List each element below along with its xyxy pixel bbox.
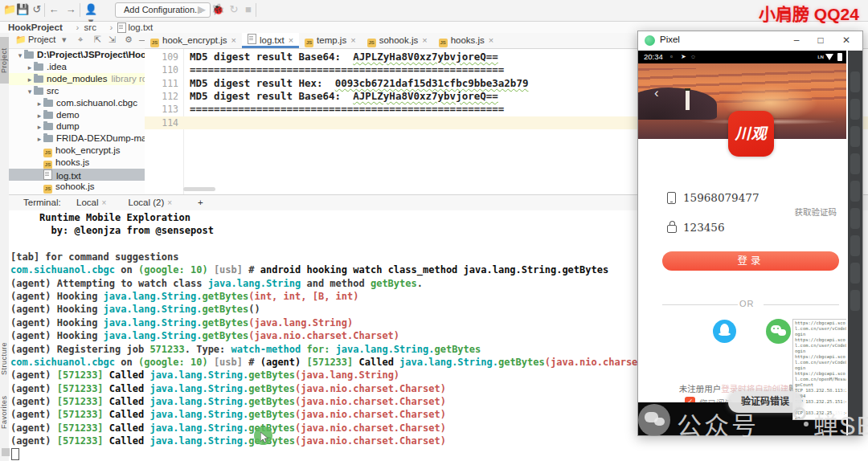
minimize-button[interactable]: – bbox=[784, 31, 809, 50]
code-field[interactable]: 123456 bbox=[667, 219, 725, 235]
editor-tab-hooks.js[interactable]: JShooks.js× bbox=[433, 33, 500, 47]
emulator-toolbar-button[interactable] bbox=[850, 71, 860, 92]
tree-item-dump[interactable]: ▸dump bbox=[9, 120, 145, 133]
tree-item-frida-dexdump-master[interactable]: ▸FRIDA-DEXDump-master bbox=[9, 133, 145, 145]
tree-item-label: sohook.js bbox=[55, 182, 95, 191]
breadcrumb-item-HookProject[interactable]: HookProject bbox=[8, 22, 63, 33]
tab-label: sohook.js bbox=[379, 35, 419, 45]
toolwindow-tab-project[interactable]: Project bbox=[0, 37, 9, 84]
terminal-segment: (agent) Hooking bbox=[10, 291, 104, 302]
breadcrumb-item-src[interactable]: src bbox=[84, 22, 96, 33]
stop-icon[interactable]: ■ bbox=[241, 3, 256, 15]
editor-tab-temp.js[interactable]: JStemp.js× bbox=[299, 33, 362, 47]
emulator-toolbar-button[interactable] bbox=[850, 290, 860, 311]
tree-down-arrow-icon[interactable]: ▾ bbox=[16, 50, 24, 62]
tree-right-arrow-icon[interactable]: ▸ bbox=[35, 121, 43, 133]
expand-all-icon[interactable]: ⇱ bbox=[94, 35, 101, 45]
forward-icon[interactable]: → bbox=[63, 3, 78, 15]
tab-close-icon[interactable]: × bbox=[289, 35, 293, 45]
back-icon[interactable]: ← bbox=[47, 3, 61, 15]
terminal-segment: (agent) Hooking bbox=[10, 317, 104, 328]
tab-close-icon[interactable]: × bbox=[167, 198, 172, 207]
or-divider-left bbox=[662, 304, 738, 305]
tree-item-hooks-js[interactable]: JShooks.js bbox=[9, 157, 145, 169]
emulator-title-bar[interactable]: Pixel – □ ✕ bbox=[638, 31, 862, 51]
line-text-token: 0093cb6721daf15d31cfbc9bbe3a2b79 bbox=[335, 77, 529, 89]
emulator-toolbar-button[interactable] bbox=[850, 153, 860, 174]
tree-item-d-project-jsproject-hookpro[interactable]: ▾D:\Project\JSProject\HookPro bbox=[9, 49, 145, 61]
horizontal-scrollbar[interactable] bbox=[183, 187, 215, 191]
save-icon[interactable]: 💾 bbox=[15, 3, 30, 15]
terminal-tab-local[interactable]: Local× bbox=[73, 195, 109, 210]
tree-right-arrow-icon[interactable]: ▸ bbox=[26, 62, 34, 74]
tree-item-log-txt[interactable]: log.txt bbox=[9, 169, 145, 181]
tree-item-label: node_modules bbox=[47, 74, 107, 84]
get-code-button[interactable]: 获取验证码 bbox=[795, 206, 837, 218]
terminal-segment: java.lang.String. bbox=[149, 435, 248, 447]
toolbar-separator bbox=[44, 3, 45, 17]
tab-close-icon[interactable]: × bbox=[489, 35, 493, 45]
editor-tab-log.txt[interactable]: log.txt× bbox=[242, 33, 299, 48]
sync-icon[interactable]: ↺ bbox=[30, 3, 44, 15]
mouse-cursor bbox=[254, 426, 272, 445]
toolwindow-toggle-icon[interactable] bbox=[2, 448, 10, 456]
terminal-cursor bbox=[11, 448, 19, 460]
tree-item-node-modules[interactable]: ▸node_moduleslibrary root bbox=[9, 73, 145, 85]
tree-item--idea[interactable]: ▸.idea bbox=[9, 61, 145, 73]
chevron-down-icon[interactable]: ▾ bbox=[62, 35, 67, 45]
editor-tab-hook_encrypt.js[interactable]: JShook_encrypt.js× bbox=[145, 33, 242, 47]
tree-item-sohook-js[interactable]: JSsohook.js bbox=[9, 181, 145, 193]
emulator-toolbar-button[interactable] bbox=[850, 99, 860, 120]
back-chevron-icon[interactable]: ‹ bbox=[654, 86, 659, 100]
project-panel-title[interactable]: Project bbox=[28, 35, 55, 44]
top-right-watermark: 小肩膀 QQ24 bbox=[759, 1, 859, 25]
coverage-icon[interactable]: ↻ bbox=[227, 3, 241, 15]
terminal-segment: getBytes bbox=[498, 357, 545, 368]
editor-tab-sohook.js[interactable]: JSsohook.js× bbox=[362, 33, 433, 47]
close-button[interactable]: ✕ bbox=[834, 31, 858, 50]
wechat-login-icon[interactable] bbox=[766, 319, 791, 344]
emulator-toolbar-button[interactable] bbox=[850, 263, 860, 284]
phone-field[interactable]: 15968079477 bbox=[667, 190, 759, 206]
debug-icon[interactable]: 🐞 bbox=[211, 3, 225, 15]
tree-right-arrow-icon[interactable]: ▸ bbox=[26, 74, 34, 86]
overlay-log-line: https://cbgcapi.scol.com.cn/user/vCodeLo… bbox=[795, 320, 846, 337]
collapse-all-icon[interactable]: ⇲ bbox=[108, 35, 116, 45]
maximize-button[interactable]: □ bbox=[809, 31, 833, 50]
login-button[interactable]: 登录 bbox=[662, 251, 839, 271]
tree-item-demo[interactable]: ▸demo bbox=[9, 109, 145, 121]
watermark-colon-dot bbox=[804, 422, 809, 426]
tree-item-hook-encrypt-js[interactable]: JShook_encrypt.js bbox=[9, 145, 145, 157]
terminal-segment bbox=[104, 435, 109, 447]
emulator-toolbar-button[interactable] bbox=[850, 126, 860, 147]
new-terminal-tab-button[interactable]: + bbox=[198, 195, 203, 210]
tree-right-arrow-icon[interactable]: ▸ bbox=[35, 110, 43, 122]
terminal-segment: com.sichuanol.cbgc bbox=[10, 357, 115, 368]
tree-right-arrow-icon[interactable]: ▸ bbox=[35, 98, 43, 110]
terminal-tab-local-2-[interactable]: Local (2)× bbox=[125, 195, 176, 212]
tab-close-icon[interactable]: × bbox=[422, 35, 427, 45]
emulator-toolbar-button[interactable] bbox=[850, 208, 860, 229]
emulator-toolbar-button[interactable] bbox=[850, 235, 860, 256]
locate-icon[interactable]: ⌖ bbox=[78, 35, 83, 45]
toolwindow-tab-favorites[interactable]: Favorites bbox=[0, 388, 9, 436]
run-icon[interactable]: ▶ bbox=[194, 3, 209, 15]
terminal-segment: Called bbox=[359, 357, 400, 368]
tab-close-icon[interactable]: × bbox=[350, 35, 355, 45]
tab-close-icon[interactable]: × bbox=[102, 198, 107, 207]
line-number: 113 bbox=[145, 103, 178, 116]
tab-close-icon[interactable]: × bbox=[231, 35, 236, 45]
emulator-toolbar-button[interactable] bbox=[850, 181, 860, 202]
gear-icon[interactable]: ⚙ bbox=[125, 35, 133, 45]
tree-item-src[interactable]: ▾src bbox=[9, 85, 145, 97]
breadcrumb-item-log.txt[interactable]: log.txt bbox=[128, 22, 153, 33]
tree-down-arrow-icon[interactable]: ▾ bbox=[26, 86, 34, 98]
toolwindow-tab-structure[interactable]: Structure bbox=[0, 333, 9, 383]
tree-item-com-sichuanol-cbgc[interactable]: ▸com.sichuanol.cbgc bbox=[9, 97, 145, 109]
tree-right-arrow-icon[interactable]: ▸ bbox=[35, 133, 43, 145]
js-file-icon: JS bbox=[43, 185, 52, 194]
terminal-segment: getBytes bbox=[202, 317, 248, 328]
breadcrumb-separator: › bbox=[109, 22, 113, 33]
qq-login-icon[interactable] bbox=[713, 320, 736, 343]
emulator-side-toolbar[interactable] bbox=[848, 51, 862, 435]
